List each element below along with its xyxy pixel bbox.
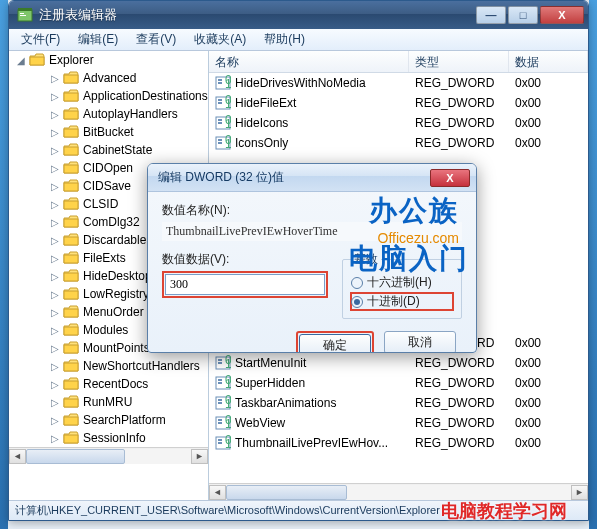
value-data: 0x00 <box>509 436 588 450</box>
menu-favorites[interactable]: 收藏夹(A) <box>186 29 254 50</box>
value-name: IconsOnly <box>235 136 288 150</box>
scroll-right[interactable]: ► <box>571 485 588 500</box>
expand-icon[interactable]: ▷ <box>49 271 61 282</box>
value-data: 0x00 <box>509 96 588 110</box>
tree-item[interactable]: ▷NewShortcutHandlers <box>9 357 208 375</box>
menu-file[interactable]: 文件(F) <box>13 29 68 50</box>
dword-icon: 011110 <box>215 415 231 431</box>
value-data: 0x00 <box>509 136 588 150</box>
tree-item[interactable]: ▷ApplicationDestinations <box>9 87 208 105</box>
scroll-right[interactable]: ► <box>191 449 208 464</box>
col-name[interactable]: 名称 <box>209 51 409 72</box>
tree-item[interactable]: ▷RecentDocs <box>9 375 208 393</box>
ok-button[interactable]: 确定 <box>299 334 371 353</box>
folder-icon <box>63 179 79 193</box>
expand-icon[interactable]: ▷ <box>49 181 61 192</box>
svg-rect-46 <box>218 422 222 424</box>
radio-hex-row[interactable]: 十六进制(H) <box>351 274 453 291</box>
scroll-left[interactable]: ◄ <box>209 485 226 500</box>
expand-icon[interactable]: ▷ <box>49 307 61 318</box>
col-data[interactable]: 数据 <box>509 51 588 72</box>
tree-item[interactable]: ▷SessionInfo <box>9 429 208 447</box>
expand-icon[interactable]: ▷ <box>49 433 61 444</box>
svg-rect-51 <box>218 442 222 444</box>
expand-icon[interactable]: ▷ <box>49 73 61 84</box>
svg-rect-21 <box>218 142 222 144</box>
folder-icon <box>63 215 79 229</box>
expand-icon[interactable]: ▷ <box>49 361 61 372</box>
list-row[interactable]: 011110HideIconsREG_DWORD0x00 <box>209 113 588 133</box>
maximize-button[interactable]: □ <box>508 6 538 24</box>
tree-item-label: BitBucket <box>83 125 134 139</box>
value-data-input[interactable] <box>165 274 325 295</box>
tree-item-label: CabinetState <box>83 143 152 157</box>
dialog-close-button[interactable]: X <box>430 169 470 187</box>
collapse-icon[interactable]: ◢ <box>15 55 27 66</box>
expand-icon[interactable]: ▷ <box>49 163 61 174</box>
list-header[interactable]: 名称 类型 数据 <box>209 51 588 73</box>
menu-view[interactable]: 查看(V) <box>128 29 184 50</box>
expand-icon[interactable]: ▷ <box>49 235 61 246</box>
list-row[interactable]: 011110StartMenuInitREG_DWORD0x00 <box>209 353 588 373</box>
scroll-left[interactable]: ◄ <box>9 449 26 464</box>
expand-icon[interactable]: ▷ <box>49 415 61 426</box>
value-data: 0x00 <box>509 116 588 130</box>
app-icon <box>17 7 33 23</box>
tree-item[interactable]: ▷RunMRU <box>9 393 208 411</box>
cancel-button[interactable]: 取消 <box>384 331 456 353</box>
folder-icon <box>63 125 79 139</box>
value-name: ThumbnailLivePrevIEwHov... <box>235 436 388 450</box>
tree-item[interactable]: ▷AutoplayHandlers <box>9 105 208 123</box>
dialog-buttons: 确定 取消 <box>162 331 462 353</box>
expand-icon[interactable]: ▷ <box>49 253 61 264</box>
list-row[interactable]: 011110TaskbarAnimationsREG_DWORD0x00 <box>209 393 588 413</box>
scroll-track[interactable] <box>226 485 571 500</box>
value-name: SuperHidden <box>235 376 305 390</box>
expand-icon[interactable]: ▷ <box>49 109 61 120</box>
tree-item-label: ApplicationDestinations <box>83 89 208 103</box>
scroll-track[interactable] <box>26 449 191 464</box>
titlebar[interactable]: 注册表编辑器 — □ X <box>9 1 588 29</box>
folder-icon <box>63 413 79 427</box>
folder-icon <box>63 71 79 85</box>
value-name: WebView <box>235 416 285 430</box>
list-row[interactable]: 011110WebViewREG_DWORD0x00 <box>209 413 588 433</box>
expand-icon[interactable]: ▷ <box>49 379 61 390</box>
expand-icon[interactable]: ▷ <box>49 343 61 354</box>
tree-hscroll[interactable]: ◄► <box>9 447 208 464</box>
expand-icon[interactable]: ▷ <box>49 289 61 300</box>
list-row[interactable]: 011110IconsOnlyREG_DWORD0x00 <box>209 133 588 153</box>
expand-icon[interactable]: ▷ <box>49 127 61 138</box>
expand-icon[interactable]: ▷ <box>49 325 61 336</box>
menu-edit[interactable]: 编辑(E) <box>70 29 126 50</box>
tree-root[interactable]: ◢Explorer <box>9 51 208 69</box>
expand-icon[interactable]: ▷ <box>49 91 61 102</box>
radio-dec[interactable] <box>351 296 363 308</box>
radio-dec-row[interactable]: 十进制(D) <box>351 293 453 310</box>
expand-icon[interactable]: ▷ <box>49 397 61 408</box>
list-row[interactable]: 011110SuperHiddenREG_DWORD0x00 <box>209 373 588 393</box>
expand-icon[interactable]: ▷ <box>49 199 61 210</box>
expand-icon[interactable]: ▷ <box>49 217 61 228</box>
folder-icon <box>63 341 79 355</box>
list-row[interactable]: 011110HideFileExtREG_DWORD0x00 <box>209 93 588 113</box>
scroll-thumb[interactable] <box>226 485 347 500</box>
value-type: REG_DWORD <box>409 376 509 390</box>
close-button[interactable]: X <box>540 6 584 24</box>
tree-item[interactable]: ▷BitBucket <box>9 123 208 141</box>
dialog-titlebar[interactable]: 编辑 DWORD (32 位)值 X <box>148 164 476 192</box>
list-row[interactable]: 011110ThumbnailLivePrevIEwHov...REG_DWOR… <box>209 433 588 453</box>
svg-rect-45 <box>218 419 222 421</box>
scroll-thumb[interactable] <box>26 449 125 464</box>
dword-icon: 011110 <box>215 135 231 151</box>
tree-item[interactable]: ▷SearchPlatform <box>9 411 208 429</box>
tree-item[interactable]: ▷Advanced <box>9 69 208 87</box>
list-row[interactable]: 011110HideDrivesWithNoMediaREG_DWORD0x00 <box>209 73 588 93</box>
tree-item[interactable]: ▷CabinetState <box>9 141 208 159</box>
list-hscroll[interactable]: ◄ ► <box>209 483 588 500</box>
col-type[interactable]: 类型 <box>409 51 509 72</box>
radio-hex[interactable] <box>351 277 363 289</box>
expand-icon[interactable]: ▷ <box>49 145 61 156</box>
menu-help[interactable]: 帮助(H) <box>256 29 313 50</box>
minimize-button[interactable]: — <box>476 6 506 24</box>
